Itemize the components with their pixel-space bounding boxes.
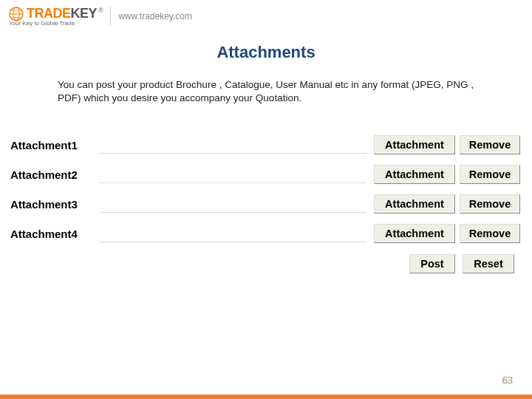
remove-button[interactable]: Remove — [460, 135, 520, 154]
post-button[interactable]: Post — [409, 254, 455, 273]
attachment-row: Attachment3 Attachment Remove — [7, 189, 525, 219]
site-url: www.tradekey.com — [118, 11, 192, 21]
remove-button[interactable]: Remove — [460, 194, 520, 214]
globe-icon — [9, 7, 24, 21]
form-actions: Post Reset — [7, 248, 525, 273]
attachment-field[interactable] — [99, 225, 366, 242]
reset-button[interactable]: Reset — [463, 254, 514, 273]
attachment-row: Attachment2 Attachment Remove — [7, 160, 525, 189]
logo-block: TRADEKEY® Your Key to Global Trade — [9, 6, 103, 27]
vertical-divider — [110, 7, 111, 26]
page-title: Attachments — [0, 43, 532, 62]
logo-first: TRADE — [27, 6, 71, 21]
attachment-button[interactable]: Attachment — [374, 165, 455, 184]
bottom-accent-bar — [0, 395, 532, 399]
slide: TRADEKEY® Your Key to Global Trade www.t… — [0, 0, 532, 399]
attachment-row: Attachment1 Attachment Remove — [7, 130, 525, 160]
attachment-field[interactable] — [99, 166, 366, 183]
attachment-row: Attachment4 Attachment Remove — [7, 219, 525, 248]
header: TRADEKEY® Your Key to Global Trade www.t… — [0, 0, 532, 30]
registered-icon: ® — [98, 7, 103, 14]
attachment-label: Attachment3 — [7, 198, 99, 211]
attachment-label: Attachment2 — [7, 168, 99, 181]
logo: TRADEKEY® — [9, 6, 103, 21]
description-text: You can post your product Brochure , Cat… — [58, 78, 474, 105]
page-number: 63 — [502, 375, 513, 386]
attachments-form: Attachment1 Attachment Remove Attachment… — [7, 130, 525, 273]
remove-button[interactable]: Remove — [460, 165, 520, 184]
attachment-button[interactable]: Attachment — [374, 194, 455, 214]
attachment-label: Attachment4 — [7, 228, 99, 240]
attachment-button[interactable]: Attachment — [374, 224, 455, 243]
remove-button[interactable]: Remove — [460, 224, 520, 243]
logo-second: KEY — [71, 6, 98, 21]
attachment-field[interactable] — [99, 137, 366, 154]
logo-text: TRADEKEY® — [27, 6, 103, 21]
attachment-button[interactable]: Attachment — [374, 135, 455, 154]
attachment-label: Attachment1 — [7, 139, 99, 151]
attachment-field[interactable] — [99, 196, 366, 213]
